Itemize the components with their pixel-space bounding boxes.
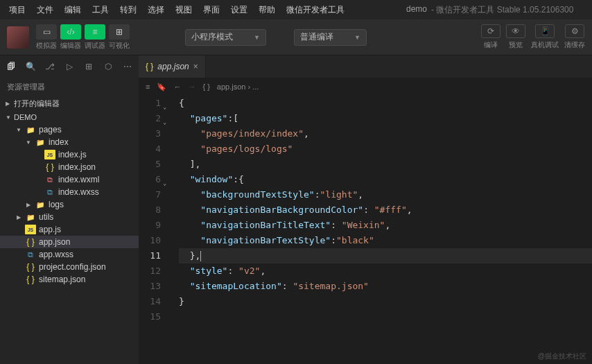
ext-icon[interactable]: ⊞ xyxy=(82,60,96,73)
menu-设置[interactable]: 设置 xyxy=(226,2,252,18)
open-editors-section[interactable]: ▶打开的编辑器 xyxy=(0,96,139,111)
avatar[interactable] xyxy=(7,26,29,49)
debugger-button[interactable]: ≡ xyxy=(85,24,105,40)
panel-title: 资源管理器 xyxy=(0,78,139,96)
menu-文件[interactable]: 文件 xyxy=(32,2,58,18)
tree-index.json[interactable]: { }index.json xyxy=(0,161,139,173)
back-icon[interactable]: ← xyxy=(173,83,181,91)
menu-编辑[interactable]: 编辑 xyxy=(60,2,86,18)
menu-项目[interactable]: 项目 xyxy=(4,2,31,18)
tree-project.config.json[interactable]: { }project.config.json xyxy=(0,261,139,273)
code-editor[interactable]: 1⌄2⌄3456⌄789101112131415 { "pages":[ "pa… xyxy=(139,96,592,364)
tree-app.json[interactable]: { }app.json xyxy=(0,236,139,248)
debug-icon[interactable]: ▷ xyxy=(62,60,76,73)
window-title: demo- 微信开发者工具 Stable 1.05.2106300 xyxy=(406,4,573,16)
menu-转到[interactable]: 转到 xyxy=(115,2,141,18)
fold-icon[interactable]: ⌄ xyxy=(163,115,166,130)
compile-dropdown[interactable]: 普通编译▼ xyxy=(294,29,367,46)
tree-index.wxss[interactable]: ⧉index.wxss xyxy=(0,186,139,198)
explorer-icon[interactable]: 🗐 xyxy=(4,60,18,73)
tree-pages[interactable]: ▼📁pages xyxy=(0,123,139,136)
tree-sitemap.json[interactable]: { }sitemap.json xyxy=(0,273,139,286)
json-icon: { } xyxy=(146,62,153,71)
menu-帮助[interactable]: 帮助 xyxy=(254,2,280,18)
forward-icon[interactable]: → xyxy=(188,83,195,91)
编译-button[interactable]: ⟳ xyxy=(481,24,500,38)
menu-工具[interactable]: 工具 xyxy=(87,2,114,18)
search-icon[interactable]: 🔍 xyxy=(24,60,37,73)
scm-icon[interactable]: ⎇ xyxy=(43,60,57,73)
fold-icon[interactable]: ⌄ xyxy=(163,100,166,115)
breadcrumb[interactable]: app.json › ... xyxy=(217,83,259,91)
editor-area: { } app.json × ≡ 🔖 ← → { } app.json › ..… xyxy=(139,55,592,364)
list-icon[interactable]: ≡ xyxy=(146,83,150,91)
tree-logs[interactable]: ▶📁logs xyxy=(0,198,139,211)
visualize-button[interactable]: ⊞ xyxy=(109,24,130,40)
清缓存-button[interactable]: ⚙ xyxy=(565,24,584,38)
more-icon[interactable]: ⋯ xyxy=(121,60,134,73)
menu-视图[interactable]: 视图 xyxy=(171,2,197,18)
watermark: @掘金技术社区 xyxy=(538,352,586,361)
toolbar: ▭ ‹/› ≡ ⊞ 模拟器编辑器调试器可视化 小程序模式▼ 普通编译▼ ⟳编译👁… xyxy=(0,19,592,55)
tree-index.wxml[interactable]: ⧉index.wxml xyxy=(0,173,139,186)
sidebar: 🗐 🔍 ⎇ ▷ ⊞ ⬡ ⋯ 资源管理器 ▶打开的编辑器 ▼DEMO ▼📁page… xyxy=(0,55,139,364)
close-icon[interactable]: × xyxy=(193,62,198,71)
project-section[interactable]: ▼DEMO xyxy=(0,111,139,123)
menu-选择[interactable]: 选择 xyxy=(143,2,169,18)
tree-utils[interactable]: ▶📁utils xyxy=(0,211,139,223)
editor-actions: ≡ 🔖 ← → { } app.json › ... xyxy=(139,78,592,96)
tab-app-json[interactable]: { } app.json × xyxy=(139,55,206,78)
menu-bar: 项目文件编辑工具转到选择视图界面设置帮助微信开发者工具demo- 微信开发者工具… xyxy=(0,0,592,19)
tree-index.js[interactable]: JSindex.js xyxy=(0,148,139,161)
预览-button[interactable]: 👁 xyxy=(506,24,525,38)
menu-界面[interactable]: 界面 xyxy=(198,2,225,18)
simulator-button[interactable]: ▭ xyxy=(36,24,57,40)
editor-button[interactable]: ‹/› xyxy=(60,24,81,40)
mode-dropdown[interactable]: 小程序模式▼ xyxy=(185,29,266,46)
tree-app.js[interactable]: JSapp.js xyxy=(0,223,139,236)
tab-bar: { } app.json × xyxy=(139,55,592,78)
menu-微信开发者工具[interactable]: 微信开发者工具 xyxy=(281,2,349,18)
tree-index[interactable]: ▼📁index xyxy=(0,136,139,148)
bookmark-icon[interactable]: 🔖 xyxy=(157,83,166,92)
chevron-down-icon: ▼ xyxy=(354,34,360,41)
hex-icon[interactable]: ⬡ xyxy=(101,60,115,73)
chevron-down-icon: ▼ xyxy=(254,34,260,41)
fold-icon[interactable]: ⌄ xyxy=(163,176,166,191)
tree-app.wxss[interactable]: ⧉app.wxss xyxy=(0,248,139,261)
真机调试-button[interactable]: 📱 xyxy=(535,24,555,38)
